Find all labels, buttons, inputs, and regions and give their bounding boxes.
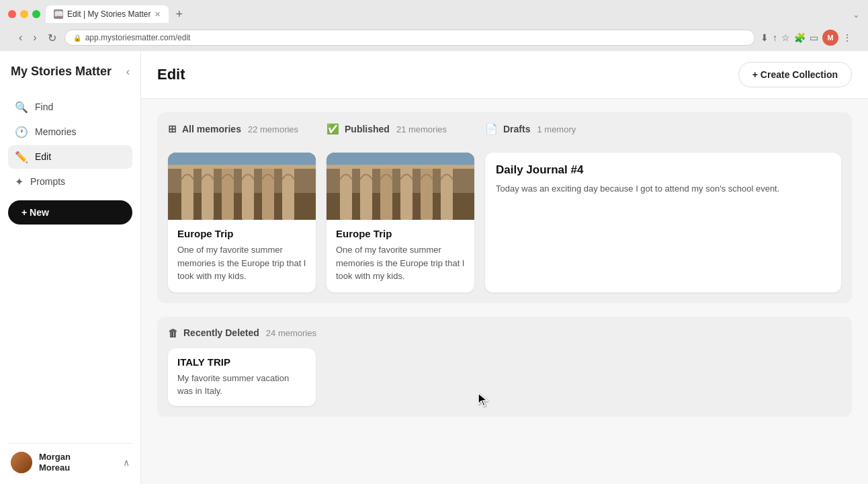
search-icon: 🔍 <box>15 101 28 114</box>
drafts-count: 1 memory <box>537 124 576 134</box>
extensions-icon[interactable]: 🧩 <box>794 32 806 43</box>
published-count: 21 memories <box>396 124 447 134</box>
back-button[interactable]: ‹ <box>16 30 25 45</box>
sidebar-item-find-label: Find <box>35 102 53 112</box>
europe-trip-all-title: Europe Trip <box>177 228 306 239</box>
bookmark-icon[interactable]: ☆ <box>781 32 790 43</box>
profile-button[interactable]: M <box>822 30 838 46</box>
all-memories-count: 22 memories <box>248 124 298 134</box>
window-minimize-icon[interactable]: ⌄ <box>853 9 860 19</box>
more-options-icon[interactable]: ⋮ <box>842 32 852 43</box>
all-memories-label: ⊞ All memories <box>168 123 241 135</box>
daily-journal-text: Today was an exciting day because I got … <box>496 182 830 196</box>
sidebar-item-prompts-label: Prompts <box>30 176 65 187</box>
svg-rect-18 <box>327 153 474 166</box>
create-collection-label: + Create Collection <box>752 69 838 80</box>
section-headers-row: ⊞ All memories 22 memories ✅ <box>168 123 841 143</box>
sidebar-collapse-button[interactable]: ‹ <box>126 66 130 78</box>
download-icon[interactable]: ⬇ <box>761 32 769 43</box>
svg-rect-9 <box>168 165 316 169</box>
user-info: MorganMoreau <box>39 452 116 473</box>
browser-tab[interactable]: 📖 Edit | My Stories Matter ✕ <box>46 5 169 23</box>
new-button[interactable]: + New <box>8 200 132 225</box>
tab-favicon: 📖 <box>54 9 63 19</box>
user-name: MorganMoreau <box>39 452 116 473</box>
recently-deleted-label: 🗑 Recently Deleted <box>168 327 259 339</box>
sidebar: My Stories Matter ‹ 🔍 Find 🕐 Memories ✏️… <box>0 51 141 484</box>
edit-icon: ✏️ <box>15 151 28 163</box>
svg-rect-8 <box>168 153 316 166</box>
europe-trip-all-body: Europe Trip One of my favorite summer me… <box>168 220 316 292</box>
avatar-image <box>11 452 32 473</box>
sidebar-item-memories[interactable]: 🕐 Memories <box>8 120 132 144</box>
published-header: ✅ Published 21 memories <box>327 123 474 143</box>
sidebar-item-prompts[interactable]: ✦ Prompts <box>8 170 132 194</box>
document-icon: 📄 <box>485 123 498 135</box>
address-bar[interactable]: 🔒 app.mystoriesmatter.com/edit <box>64 30 755 46</box>
new-tab-button[interactable]: + <box>171 7 187 22</box>
recently-deleted-cards-row: ITALY TRIP My favorite summer vacation w… <box>168 348 841 406</box>
split-view-icon[interactable]: ▭ <box>810 32 818 43</box>
italy-trip-body: ITALY TRIP My favorite summer vacation w… <box>168 348 316 406</box>
main-header: Edit + Create Collection <box>141 51 868 99</box>
close-traffic-light[interactable] <box>8 10 16 18</box>
app-title: My Stories Matter <box>11 65 112 79</box>
europe-trip-published-image <box>327 153 474 220</box>
layers-icon: ⊞ <box>168 123 177 135</box>
clock-icon: 🕐 <box>15 126 28 138</box>
sidebar-item-edit-label: Edit <box>35 151 51 162</box>
italy-trip-text: My favorite summer vacation was in Italy… <box>177 372 306 398</box>
italy-trip-title: ITALY TRIP <box>177 356 306 368</box>
url-text: app.mystoriesmatter.com/edit <box>85 33 191 42</box>
europe-trip-all-card[interactable]: Europe Trip One of my favorite summer me… <box>168 153 316 292</box>
sidebar-item-edit[interactable]: ✏️ Edit <box>8 145 132 169</box>
drafts-header: 📄 Drafts 1 memory <box>485 123 841 143</box>
page-title: Edit <box>157 66 185 83</box>
create-collection-button[interactable]: + Create Collection <box>738 62 852 87</box>
sidebar-item-memories-label: Memories <box>35 126 76 137</box>
main-content: Edit + Create Collection ⊞ <box>141 51 868 484</box>
user-expand-button[interactable]: ∧ <box>123 457 130 468</box>
italy-trip-card[interactable]: ITALY TRIP My favorite summer vacation w… <box>168 348 316 406</box>
collections-bg: ⊞ All memories 22 memories ✅ <box>157 112 852 303</box>
sidebar-item-find[interactable]: 🔍 Find <box>8 95 132 119</box>
maximize-traffic-light[interactable] <box>32 10 40 18</box>
share-icon[interactable]: ↑ <box>773 32 777 43</box>
tab-title: Edit | My Stories Matter <box>67 9 150 19</box>
drafts-label: 📄 Drafts <box>485 123 530 135</box>
daily-journal-title: Daily Journal #4 <box>496 163 830 177</box>
prompts-icon: ✦ <box>15 175 24 188</box>
forward-button[interactable]: › <box>30 30 39 45</box>
check-circle-icon: ✅ <box>327 123 339 135</box>
tab-close-button[interactable]: ✕ <box>155 10 161 19</box>
daily-journal-body: Daily Journal #4 Today was an exciting d… <box>485 153 841 206</box>
europe-trip-all-text: One of my favorite summer memories is th… <box>177 243 306 283</box>
europe-trip-published-body: Europe Trip One of my favorite summer me… <box>327 220 474 292</box>
published-label: ✅ Published <box>327 123 390 135</box>
minimize-traffic-light[interactable] <box>20 10 28 18</box>
avatar <box>11 452 32 473</box>
sidebar-nav: 🔍 Find 🕐 Memories ✏️ Edit ✦ Prompts + Ne… <box>8 95 132 443</box>
daily-journal-card[interactable]: Daily Journal #4 Today was an exciting d… <box>485 153 841 292</box>
lock-icon: 🔒 <box>73 34 81 42</box>
sidebar-footer: MorganMoreau ∧ <box>8 443 132 473</box>
refresh-button[interactable]: ↻ <box>45 30 59 46</box>
recently-deleted-count: 24 memories <box>266 328 316 338</box>
cards-row: Europe Trip One of my favorite summer me… <box>168 153 841 292</box>
new-button-label: + New <box>21 207 49 218</box>
svg-rect-19 <box>327 165 474 169</box>
europe-trip-published-text: One of my favorite summer memories is th… <box>336 243 465 283</box>
trash-icon: 🗑 <box>168 327 178 339</box>
collections-section: ⊞ All memories 22 memories ✅ <box>157 112 852 303</box>
europe-trip-published-title: Europe Trip <box>336 228 465 239</box>
recently-deleted-section: 🗑 Recently Deleted 24 memories ITALY TRI… <box>157 317 852 417</box>
content-area: ⊞ All memories 22 memories ✅ <box>141 99 868 484</box>
recently-deleted-text: Recently Deleted <box>183 327 259 338</box>
all-memories-header: ⊞ All memories 22 memories <box>168 123 316 143</box>
europe-trip-published-card[interactable]: Europe Trip One of my favorite summer me… <box>327 153 474 292</box>
all-memories-text: All memories <box>182 124 241 134</box>
recently-deleted-bg: 🗑 Recently Deleted 24 memories ITALY TRI… <box>157 317 852 417</box>
published-text: Published <box>345 124 390 134</box>
europe-trip-all-image <box>168 153 316 220</box>
drafts-text: Drafts <box>503 124 530 134</box>
